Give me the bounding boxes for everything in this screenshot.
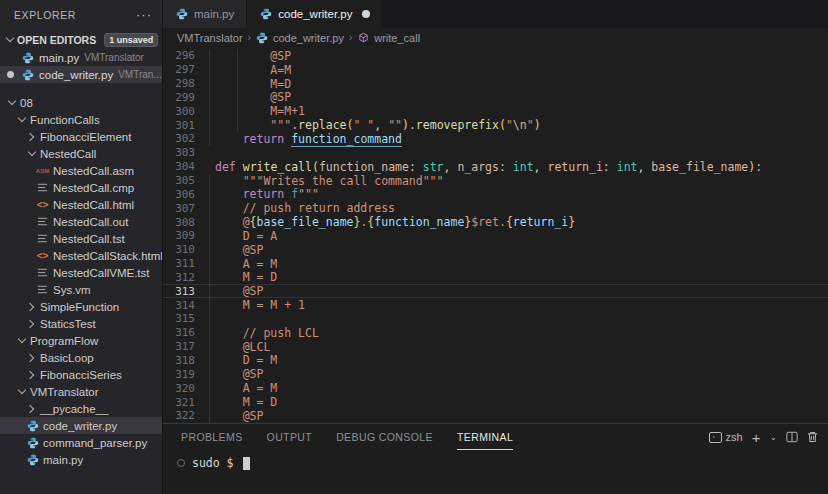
code-line[interactable]: 300M=M+1 (163, 104, 828, 118)
code-line[interactable]: 319@SP (163, 367, 828, 381)
code-line[interactable]: 307// push return address (163, 201, 828, 215)
code-token: // push LCL (243, 326, 319, 340)
code-line[interactable]: 321M = D (163, 395, 828, 409)
modified-dot-icon[interactable] (362, 10, 370, 18)
tree-file-nestedcall-tst[interactable]: NestedCall.tst (0, 230, 162, 247)
code-line-current[interactable]: 313@SP (163, 284, 828, 298)
code-token: ( (499, 118, 506, 132)
tree-folder-simplefunction[interactable]: SimpleFunction (0, 298, 162, 315)
breadcrumb-separator-icon: › (248, 32, 251, 43)
code-line[interactable]: 299@SP (163, 91, 828, 105)
code-line[interactable]: 301""".replace(" ", "").removeprefix("\n… (163, 118, 828, 132)
code-line[interactable]: 308@{base_file_name}.{function_name}$ret… (163, 215, 828, 229)
code-token: """ (270, 118, 291, 132)
code-line[interactable]: 312M = D (163, 271, 828, 285)
kill-terminal-trash-button[interactable] (807, 431, 818, 443)
code-token: int (617, 160, 638, 174)
code-line[interactable]: 314M = M + 1 (163, 298, 828, 312)
open-editors-header[interactable]: OPEN EDITORS 1 unsaved (0, 30, 162, 49)
editor-tab-code-writer-py[interactable]: code_writer.py (247, 0, 383, 28)
split-terminal-button[interactable] (786, 431, 798, 443)
tree-folder-basicloop[interactable]: BasicLoop (0, 349, 162, 366)
tree-item-label: NestedCall.html (53, 199, 134, 211)
tree-folder-vmtranslator[interactable]: VMTranslator (0, 383, 162, 400)
panel-tab-problems[interactable]: PROBLEMS (181, 424, 243, 450)
code-line[interactable]: 305"""Writes the call command""" (163, 174, 828, 188)
new-terminal-button[interactable]: + (752, 429, 761, 446)
tree-folder-08[interactable]: 08 (0, 94, 162, 111)
terminal[interactable]: sudo $ (163, 450, 828, 494)
code-line[interactable]: 297A=M (163, 63, 828, 77)
code-editor[interactable]: 296@SP297A=M298M=D299@SP300M=M+1301""".r… (163, 47, 828, 423)
terminal-dropdown-chevron-icon[interactable]: ⌄ (769, 432, 777, 442)
file-tree: 08FunctionCallsFibonacciElementNestedCal… (0, 94, 162, 468)
code-token: function_command (291, 132, 402, 147)
tree-folder-staticstest[interactable]: StaticsTest (0, 315, 162, 332)
tree-file-nestedcallvme-tst[interactable]: NestedCallVME.tst (0, 264, 162, 281)
panel-tab-terminal[interactable]: TERMINAL (457, 424, 513, 450)
shell-selector[interactable]: ›zsh (709, 431, 743, 443)
breadcrumb-item[interactable]: write_call (357, 31, 420, 44)
line-number: 311 (163, 257, 207, 270)
code-line[interactable]: 309D = A (163, 229, 828, 243)
code-line[interactable]: 318D = M (163, 354, 828, 368)
tree-file-code-writer-py[interactable]: code_writer.py (0, 417, 162, 434)
tab-label: code_writer.py (278, 8, 352, 20)
tree-item-label: StaticsTest (40, 318, 96, 330)
breadcrumb-item[interactable]: code_writer.py (256, 31, 344, 44)
tree-file-nestedcall-html[interactable]: <>NestedCall.html (0, 196, 162, 213)
open-editor-file-path: VMTranslator (84, 52, 144, 63)
code-line[interactable]: 304def write_call(function_name: str, n_… (163, 160, 828, 174)
tree-folder-fibonacciseries[interactable]: FibonacciSeries (0, 366, 162, 383)
tree-file-nestedcall-cmp[interactable]: NestedCall.cmp (0, 179, 162, 196)
code-line[interactable]: 322@SP (163, 409, 828, 423)
explorer-more-actions-icon[interactable]: ··· (136, 11, 152, 19)
line-number: 302 (163, 132, 207, 145)
tree-folder--pycache-[interactable]: __pycache__ (0, 400, 162, 417)
panel-tab-debug-console[interactable]: DEBUG CONSOLE (336, 424, 433, 450)
tree-item-label: NestedCall.cmp (53, 182, 134, 194)
code-line[interactable]: 310@SP (163, 243, 828, 257)
breadcrumb-item[interactable]: VMTranslator (177, 32, 243, 44)
code-line-content: @SP (207, 90, 291, 104)
tree-file-sys-vm[interactable]: Sys.vm (0, 281, 162, 298)
open-editor-item[interactable]: code_writer.pyVMTran... (0, 66, 162, 83)
code-line[interactable]: 320A = M (163, 381, 828, 395)
line-number: 303 (163, 146, 207, 159)
code-token: M = M + 1 (243, 298, 305, 312)
code-token: base_file_name (257, 215, 354, 229)
open-editor-item[interactable]: main.pyVMTranslator (0, 49, 162, 66)
tree-file-nestedcall-out[interactable]: NestedCall.out (0, 213, 162, 230)
tree-folder-programflow[interactable]: ProgramFlow (0, 332, 162, 349)
code-token: @SP (243, 284, 264, 298)
code-line[interactable]: 311A = M (163, 257, 828, 271)
panel-tab-output[interactable]: OUTPUT (267, 424, 313, 450)
code-line[interactable]: 298M=D (163, 77, 828, 91)
tree-folder-functioncalls[interactable]: FunctionCalls (0, 111, 162, 128)
tree-folder-fibonaccielement[interactable]: FibonacciElement (0, 128, 162, 145)
code-line[interactable]: 316// push LCL (163, 326, 828, 340)
tree-item-label: ProgramFlow (30, 335, 98, 347)
open-editor-file-path: VMTran... (118, 69, 162, 80)
shell-label: zsh (726, 431, 743, 443)
code-line[interactable]: 306return f""" (163, 187, 828, 201)
code-line[interactable]: 302return function_command (163, 132, 828, 146)
code-line[interactable]: 296@SP (163, 49, 828, 63)
code-token: A=M (270, 63, 291, 77)
code-token: @SP (243, 243, 264, 257)
line-number: 321 (163, 396, 207, 409)
code-line[interactable]: 317@LCL (163, 340, 828, 354)
editor-tab-main-py[interactable]: main.py (163, 0, 247, 28)
code-line[interactable]: 315 (163, 312, 828, 326)
code-token: D = M (243, 353, 278, 367)
python-file-icon (21, 51, 34, 64)
tree-file-nestedcall-asm[interactable]: ASMNestedCall.asm (0, 162, 162, 179)
code-line[interactable]: 303 (163, 146, 828, 160)
code-token: replace (298, 118, 346, 132)
code-token: ( (312, 160, 319, 174)
code-token: { (250, 215, 257, 229)
tree-file-main-py[interactable]: main.py (0, 451, 162, 468)
tree-file-command-parser-py[interactable]: command_parser.py (0, 434, 162, 451)
tree-file-nestedcallstack-html[interactable]: <>NestedCallStack.html (0, 247, 162, 264)
tree-folder-nestedcall[interactable]: NestedCall (0, 145, 162, 162)
